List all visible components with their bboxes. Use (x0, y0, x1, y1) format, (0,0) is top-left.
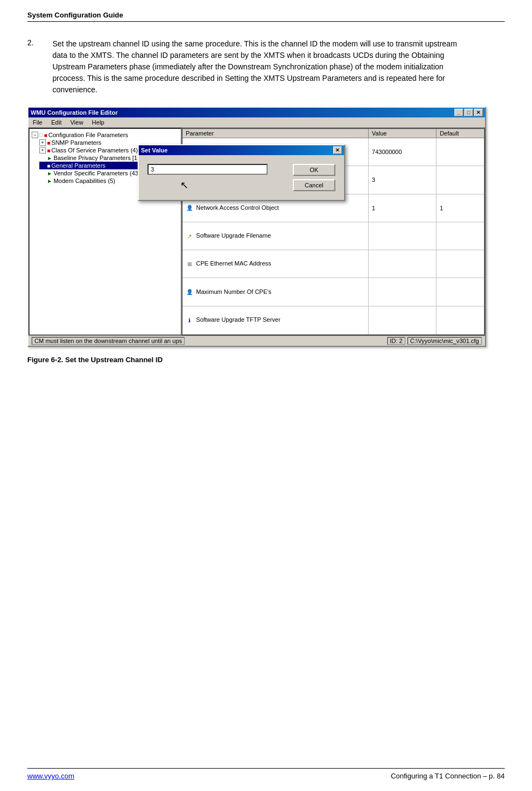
menu-file[interactable]: File (31, 119, 45, 126)
row-value-upstream: 3 (368, 166, 436, 194)
row-param-software: ↗ Software Upgrade Filename (182, 222, 368, 250)
table-row[interactable]: ↗ Software Upgrade Filename (182, 222, 484, 250)
dialog-window: Set Value ✕ ↖ (138, 144, 345, 201)
title-bar-buttons: _ □ ✕ (454, 109, 483, 116)
content-area: 2. Set the upstream channel ID using the… (27, 33, 505, 386)
status-filepath: C:\Vyyo\mic\mic_v301.cfg (407, 337, 482, 345)
tree-item-root-label: Configuration File Parameters (48, 132, 128, 138)
tree-item-cos-label: Class Of Service Parameters (4) (51, 147, 138, 154)
app-body: − □ ■ Configuration File Parameters + ■ … (28, 128, 485, 335)
title-bar: WMU Configuration File Editor _ □ ✕ (28, 108, 485, 117)
vendor-icon: ► (47, 170, 52, 176)
menu-edit[interactable]: Edit (49, 119, 64, 126)
row-value-maxcpe (368, 278, 436, 306)
row-icon-arrow: ↗ (186, 232, 193, 240)
item-number: 2. (27, 38, 44, 96)
row-value-cpe (368, 250, 436, 278)
row-default-upstream (436, 166, 484, 194)
dialog-input-area: ↖ (147, 164, 287, 191)
row-default-cpe (436, 250, 484, 278)
row-default-downstream (436, 138, 484, 166)
table-row[interactable]: ℹ Software Upgrade TFTP Server (182, 306, 484, 335)
dialog-row: ↖ OK Cancel (147, 164, 335, 191)
maximize-button[interactable]: □ (464, 109, 473, 116)
snmp-icon: ■ (47, 140, 50, 146)
dialog-overlay: Set Value ✕ ↖ (138, 144, 345, 201)
row-icon-table: ▦ (186, 260, 193, 268)
page-header: System Configuration Guide (27, 11, 505, 22)
col-header-parameter: Parameter (182, 128, 368, 138)
tree-item-baseline-label: Baseline Privacy Parameters [17] (54, 155, 143, 161)
row-icon-blue4: 👤 (186, 288, 193, 296)
row-value-software (368, 222, 436, 250)
col-header-default: Default (436, 128, 484, 138)
tree-item-root[interactable]: − □ ■ Configuration File Parameters (32, 131, 179, 139)
dialog-buttons: OK Cancel (293, 164, 335, 191)
expand-icon-snmp[interactable]: + (39, 139, 46, 146)
footer-right: Configuring a T1 Connection – p. 84 (391, 772, 505, 780)
row-icon-info: ℹ (186, 316, 193, 324)
figure-caption: Figure 6-2. Set the Upstream Channel ID (27, 356, 505, 364)
baseline-icon: ► (47, 155, 52, 161)
tree-item-general-label: General Parameters (51, 162, 105, 169)
dialog-input[interactable] (147, 164, 268, 175)
main-panel: Parameter Value Default 👤 Downstream Fre… (181, 128, 485, 335)
status-right-items: ID: 2 C:\Vyyo\mic\mic_v301.cfg (387, 337, 482, 345)
row-param-cpe: ▦ CPE Ethernet MAC Address (182, 250, 368, 278)
status-left: CM must listen on the downstream channel… (32, 337, 185, 345)
row-default-maxcpe (436, 278, 484, 306)
dialog-close-button[interactable]: ✕ (333, 146, 342, 154)
menu-view[interactable]: View (68, 119, 86, 126)
row-default-tftp (436, 306, 484, 335)
menu-help[interactable]: Help (90, 119, 107, 126)
app-window: WMU Configuration File Editor _ □ ✕ File… (27, 107, 486, 347)
footer-link[interactable]: www.vyyo.com (27, 772, 74, 780)
dialog-title-buttons: ✕ (333, 146, 342, 154)
row-icon-blue3: 👤 (186, 204, 193, 212)
cancel-button[interactable]: Cancel (293, 179, 335, 191)
cursor-icon: ↖ (180, 179, 287, 191)
tree-item-modem-label: Modem Capabilities (5) (54, 178, 115, 184)
dialog-title-bar: Set Value ✕ (139, 145, 344, 155)
tree-line-icon: □ (39, 132, 42, 138)
ok-button[interactable]: OK (293, 164, 335, 176)
root-icon: ■ (44, 132, 47, 138)
status-id: ID: 2 (387, 337, 405, 345)
paragraph-text: Set the upstream channel ID using the sa… (52, 38, 462, 96)
dialog-title: Set Value (141, 147, 168, 154)
cos-icon: ■ (47, 147, 50, 154)
col-header-value: Value (368, 128, 436, 138)
dialog-body: ↖ OK Cancel (139, 155, 344, 200)
table-row[interactable]: 👤 Maximum Number Of CPE's (182, 278, 484, 306)
general-icon: ■ (47, 163, 50, 169)
row-param-tftp: ℹ Software Upgrade TFTP Server (182, 306, 368, 335)
expand-icon-root[interactable]: − (32, 132, 38, 138)
row-default-software (436, 222, 484, 250)
row-default-network: 1 (436, 194, 484, 222)
tree-item-vendor-label: Vendor Specific Parameters (43) (54, 170, 140, 176)
close-button[interactable]: ✕ (474, 109, 483, 116)
app-title: WMU Configuration File Editor (31, 109, 117, 116)
tree-item-snmp-label: SNMP Parameters (51, 139, 102, 146)
menu-bar: File Edit View Help (28, 117, 485, 128)
modem-icon: ► (47, 178, 52, 184)
numbered-item: 2. Set the upstream channel ID using the… (27, 38, 505, 96)
status-bar: CM must listen on the downstream channel… (28, 335, 485, 346)
expand-icon-cos[interactable]: + (39, 147, 46, 154)
table-row[interactable]: ▦ CPE Ethernet MAC Address (182, 250, 484, 278)
row-param-maxcpe: 👤 Maximum Number Of CPE's (182, 278, 368, 306)
row-value-tftp (368, 306, 436, 335)
row-value-downstream: 743000000 (368, 138, 436, 166)
header-title: System Configuration Guide (27, 11, 123, 19)
row-value-network: 1 (368, 194, 436, 222)
page-footer: www.vyyo.com Configuring a T1 Connection… (27, 768, 505, 780)
minimize-button[interactable]: _ (454, 109, 463, 116)
